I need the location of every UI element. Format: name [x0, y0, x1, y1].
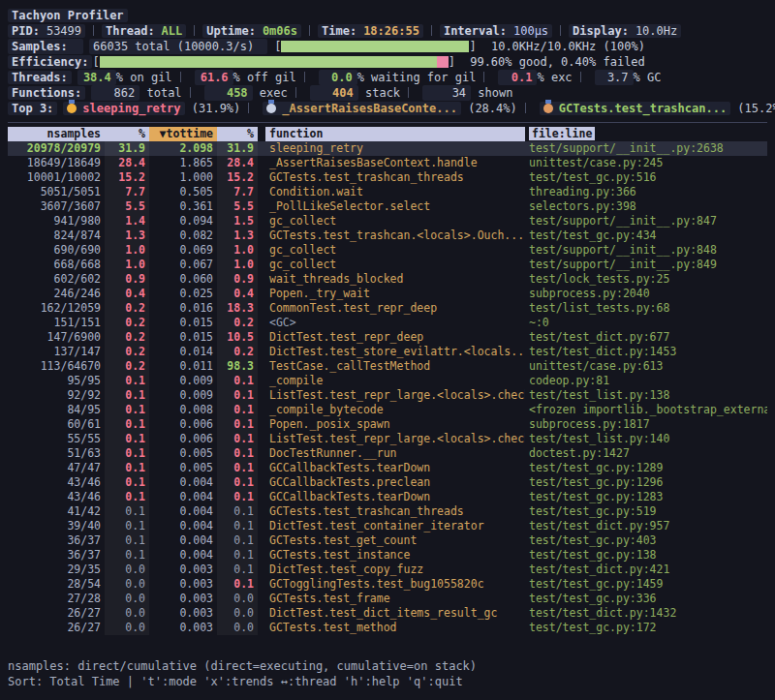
column-spacer — [258, 199, 265, 214]
pct-direct-cell: 0.2 — [105, 359, 149, 374]
efficiency-label: Efficiency: — [8, 55, 92, 69]
pct-direct-cell: 0.1 — [105, 432, 149, 446]
pct-cumulative-cell: 98.3 — [217, 359, 258, 374]
col-header-function[interactable]: function — [265, 127, 525, 141]
uptime-label: Uptime: — [206, 24, 256, 38]
top3-percentage: (28.4%) — [461, 102, 517, 115]
bronze-medal-icon — [543, 104, 553, 113]
pct-cumulative-cell: 0.1 — [217, 374, 258, 388]
col-header-pct-direct[interactable]: % — [105, 127, 149, 141]
profile-table: nsamples % ▼tottime % function file:line… — [8, 127, 767, 635]
file-line-cell: test/test_gc.py:138 — [525, 548, 767, 563]
thread-field[interactable]: Thread:ALL — [102, 24, 186, 38]
pct-direct-cell: 0.1 — [105, 548, 149, 563]
table-row[interactable]: 20978/20979 31.9 2.098 31.9 sleeping_ret… — [8, 141, 767, 156]
display-label: Display: — [573, 24, 629, 38]
table-row[interactable]: 84/95 0.1 0.008 0.1 _compile_bytecode <f… — [8, 403, 767, 417]
table-row[interactable]: 941/980 1.4 0.094 1.5 gc_collect test/su… — [8, 214, 767, 228]
function-cell: sleeping_retry — [265, 141, 525, 156]
tottime-cell: 0.003 — [149, 606, 217, 621]
top3-percentage: (15.2%) — [730, 102, 775, 115]
function-cell: GCCallbackTests.tearDown — [265, 461, 525, 475]
profiler-screen: Tachyon Profiler PID:53499Thread:ALLUpti… — [0, 0, 775, 689]
uptime-field: Uptime:0m06s — [202, 24, 301, 38]
tottime-cell: 1.000 — [149, 170, 217, 185]
pct-direct-cell: 0.1 — [105, 519, 149, 533]
table-row[interactable]: 39/40 0.1 0.004 0.1 DictTest.test_contai… — [8, 519, 767, 533]
table-row[interactable]: 27/28 0.0 0.003 0.0 GCTests.test_frame t… — [8, 592, 767, 606]
table-row[interactable]: 36/37 0.1 0.004 0.1 GCTests.test_get_cou… — [8, 533, 767, 548]
function-cell: GCTests.test_method — [265, 621, 525, 635]
table-row[interactable]: 5051/5051 7.7 0.505 7.7 Condition.wait t… — [8, 185, 767, 199]
table-row[interactable]: 43/46 0.1 0.004 0.1 GCCallbackTests.prec… — [8, 475, 767, 490]
table-row[interactable]: 95/95 0.1 0.009 0.1 _compile codeop.py:8… — [8, 374, 767, 388]
col-header-nsamples[interactable]: nsamples — [8, 127, 105, 141]
pct-cumulative-cell: 7.7 — [217, 185, 258, 199]
tottime-cell: 0.006 — [149, 432, 217, 446]
table-row[interactable]: 26/27 0.0 0.003 0.0 GCTests.test_method … — [8, 621, 767, 635]
function-cell: _PollLikeSelector.select — [265, 199, 525, 214]
nsamples-cell: 26/27 — [8, 606, 105, 621]
table-row[interactable]: 602/602 0.9 0.060 0.9 wait_threads_block… — [8, 272, 767, 287]
table-row[interactable]: 41/42 0.1 0.004 0.1 GCTests.test_trashca… — [8, 504, 767, 519]
nsamples-cell: 10001/10002 — [8, 170, 105, 185]
tottime-cell: 0.006 — [149, 417, 217, 432]
pct-cumulative-cell: 0.1 — [217, 533, 258, 548]
table-row[interactable]: 10001/10002 15.2 1.000 15.2 GCTests.test… — [8, 170, 767, 185]
column-spacer — [258, 228, 265, 243]
col-header-pct-cumulative[interactable]: % — [217, 127, 258, 141]
pct-direct-cell: 0.2 — [105, 330, 149, 345]
table-row[interactable]: 26/27 0.0 0.003 0.0 DictTest.test_dict_i… — [8, 606, 767, 621]
file-line-cell: test/test_gc.py:516 — [525, 170, 767, 185]
function-cell: DictTest.test_repr_deep — [265, 330, 525, 345]
file-line-cell: test/test_gc.py:172 — [525, 621, 767, 635]
table-row[interactable]: 47/47 0.1 0.005 0.1 GCCallbackTests.tear… — [8, 461, 767, 475]
col-header-tottime-sorted[interactable]: ▼tottime — [149, 127, 217, 141]
column-spacer — [258, 432, 265, 446]
pid-field: PID:53499 — [8, 24, 85, 38]
table-row[interactable]: 51/63 0.1 0.005 0.1 DocTestRunner.__run … — [8, 446, 767, 461]
table-row[interactable]: 246/246 0.4 0.025 0.4 Popen._try_wait su… — [8, 287, 767, 301]
tottime-cell: 0.082 — [149, 228, 217, 243]
table-row[interactable]: 151/151 0.2 0.015 0.2 <GC> ~:0 — [8, 316, 767, 330]
table-row[interactable]: 147/6900 0.2 0.015 10.5 DictTest.test_re… — [8, 330, 767, 345]
file-line-cell: test/support/__init__.py:848 — [525, 243, 767, 258]
col-header-file-line[interactable]: file:line — [525, 127, 767, 141]
pct-direct-cell: 0.1 — [105, 504, 149, 519]
pct-cumulative-cell: 0.1 — [217, 461, 258, 475]
pid-value: 53499 — [46, 24, 81, 38]
table-body: 20978/20979 31.9 2.098 31.9 sleeping_ret… — [8, 141, 767, 635]
tottime-cell: 0.060 — [149, 272, 217, 287]
table-row[interactable]: 60/61 0.1 0.006 0.1 Popen._posix_spawn s… — [8, 417, 767, 432]
table-row[interactable]: 668/668 1.0 0.067 1.0 gc_collect test/su… — [8, 258, 767, 272]
table-row[interactable]: 43/46 0.1 0.004 0.1 GCCallbackTests.tear… — [8, 490, 767, 504]
table-row[interactable]: 28/54 0.0 0.003 0.1 GCTogglingTests.test… — [8, 577, 767, 592]
table-row[interactable]: 92/92 0.1 0.009 0.1 ListTest.test_repr_l… — [8, 388, 767, 403]
waiting-for-gil-label: % waiting for gil — [357, 71, 477, 84]
table-row[interactable]: 113/64670 0.2 0.011 98.3 TestCase._callT… — [8, 359, 767, 374]
function-cell: Condition.wait — [265, 185, 525, 199]
table-row[interactable]: 36/37 0.1 0.004 0.1 GCTests.test_instanc… — [8, 548, 767, 563]
nsamples-cell: 941/980 — [8, 214, 105, 228]
table-row[interactable]: 824/874 1.3 0.082 1.3 GCTests.test_trash… — [8, 228, 767, 243]
efficiency-line: Efficiency:[] 99.60% good, 0.40% failed — [8, 54, 767, 70]
pct-cumulative-cell: 0.1 — [217, 417, 258, 432]
function-cell: _compile_bytecode — [265, 403, 525, 417]
table-row[interactable]: 3607/3607 5.5 0.361 5.5 _PollLikeSelecto… — [8, 199, 767, 214]
table-row[interactable]: 29/35 0.0 0.003 0.1 DictTest.test_copy_f… — [8, 563, 767, 577]
function-cell: GCTests.test_trashcan_threads — [265, 504, 525, 519]
column-spacer — [258, 606, 265, 621]
file-line-cell: subprocess.py:2040 — [525, 287, 767, 301]
tottime-cell: 0.069 — [149, 243, 217, 258]
function-cell: gc_collect — [265, 258, 525, 272]
table-row[interactable]: 18649/18649 28.4 1.865 28.4 _AssertRaise… — [8, 156, 767, 170]
exc-value: 0.1 — [498, 70, 537, 85]
table-row[interactable]: 137/147 0.2 0.014 0.2 DictTest.test_stor… — [8, 345, 767, 359]
file-line-cell: test/test_dict.py:1432 — [525, 606, 767, 621]
table-row[interactable]: 55/55 0.1 0.006 0.1 ListTest.test_repr_l… — [8, 432, 767, 446]
separator — [431, 25, 432, 36]
file-line-cell: subprocess.py:1817 — [525, 417, 767, 432]
top3-item-2: _AssertRaisesBaseConte... — [263, 102, 461, 115]
table-row[interactable]: 162/12059 0.2 0.016 18.3 CommonTest.test… — [8, 301, 767, 316]
table-row[interactable]: 690/690 1.0 0.069 1.0 gc_collect test/su… — [8, 243, 767, 258]
